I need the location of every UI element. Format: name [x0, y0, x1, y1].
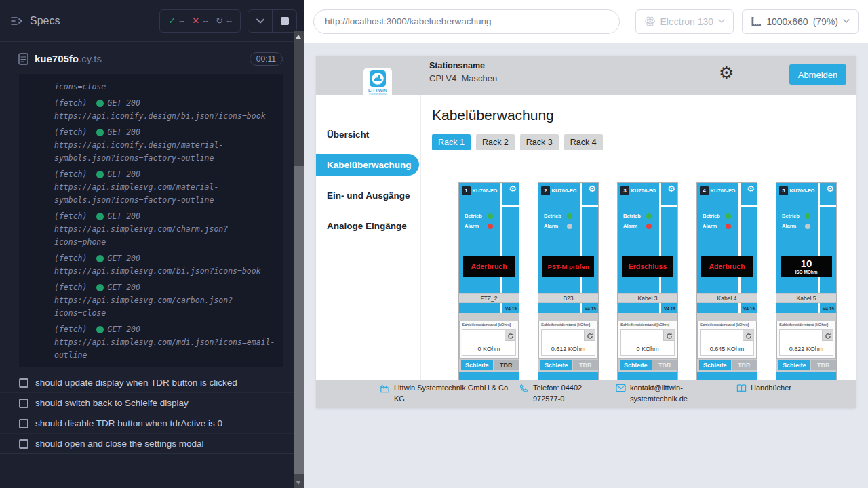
test-item[interactable]: should update display when TDR button is…	[0, 373, 304, 392]
schleife-button[interactable]: Schleife	[699, 360, 731, 370]
station-label: Stationsname	[429, 61, 497, 70]
settings-gear-icon[interactable]: ⚙	[719, 64, 734, 81]
refresh-button[interactable]	[743, 330, 753, 341]
refresh-icon	[507, 333, 514, 340]
measure-panel: Schleifenwiderstand [kOhm] 0 KOhm	[618, 321, 677, 359]
scroll-up-arrow-icon[interactable]	[296, 35, 301, 39]
log-status: GET 200	[107, 210, 140, 223]
operation-label: Betrieb	[782, 213, 801, 219]
device-cards: 1 KÜ706-FO ⚙ Betrieb Alarm Aderbruch FTZ…	[458, 182, 856, 394]
command-log[interactable]: icons=close (fetch)GET 200 https://api.i…	[19, 74, 283, 367]
schleife-button[interactable]: Schleife	[540, 360, 572, 370]
refresh-button[interactable]	[663, 330, 674, 341]
stop-icon	[281, 17, 289, 25]
measure-display: 0 KOhm	[620, 329, 675, 356]
measure-display: 0 KOhm	[462, 329, 516, 356]
tab-rack-4[interactable]: Rack 4	[564, 134, 603, 150]
viewport-select[interactable]: 1000x660 (79%)	[742, 9, 859, 34]
tab-rack-1[interactable]: Rack 1	[432, 134, 471, 150]
app-main: Kabelüberwachung Rack 1 Rack 2 Rack 3 Ra…	[421, 95, 856, 408]
page-title: Kabelüberwachung	[432, 107, 856, 123]
tab-rack-3[interactable]: Rack 3	[520, 134, 559, 150]
sidebar-item-uebersicht[interactable]: Übersicht	[316, 123, 420, 145]
ruler-icon	[751, 16, 762, 27]
device-card-2: 2 KÜ706-FO ⚙ Betrieb Alarm PST-M prüfen …	[538, 182, 599, 394]
scroll-down-arrow-icon[interactable]	[296, 481, 301, 485]
card-divider	[661, 205, 677, 207]
spec-file-name: kue705fo.cy.ts	[35, 53, 102, 65]
test-item[interactable]: should switch back to Schleife display	[0, 392, 304, 413]
device-gear-icon[interactable]: ⚙	[509, 184, 517, 193]
operation-led	[726, 214, 731, 219]
footer-email-text[interactable]: kontakt@littwin-systemtechnik.de	[630, 383, 691, 405]
panel-scrollbar[interactable]	[294, 31, 304, 488]
screen: Specs ✓-- ✕-- ↻-- k	[0, 0, 868, 488]
test-box-icon	[19, 399, 28, 408]
specs-toggle[interactable]: Specs	[11, 15, 60, 27]
sidebar-item-ein-und-ausgaenge[interactable]: Ein- und Ausgänge	[316, 184, 420, 206]
measure-display: 0.645 KOhm	[700, 329, 754, 356]
device-gear-icon[interactable]: ⚙	[667, 184, 675, 193]
device-gear-icon[interactable]: ⚙	[588, 184, 596, 193]
status-dot-icon	[96, 326, 104, 333]
app-body: Übersicht Kabelüberwachung Ein- und Ausg…	[316, 95, 856, 408]
sidebar-item-kabelueberwachung[interactable]: Kabelüberwachung	[316, 154, 419, 176]
status-display: Erdschluss	[622, 256, 673, 277]
operation-led	[488, 214, 493, 219]
alarm-led	[726, 224, 731, 229]
firmware-version: V4.19	[585, 306, 596, 311]
card-divider	[582, 205, 598, 207]
logo-subtitle: SYSTEMTECHNIK	[369, 93, 387, 96]
logout-button[interactable]: Abmelden	[789, 64, 846, 85]
device-model: KÜ706-FO	[708, 188, 738, 194]
footer-manuals[interactable]: Handbücher	[736, 383, 791, 394]
tab-rack-2[interactable]: Rack 2	[476, 134, 515, 150]
log-entry: (fetch)GET 200 https://api.simplesvg.com…	[54, 281, 276, 320]
measure-value: 0.612 KOhm	[542, 346, 595, 352]
tdr-button[interactable]: TDR	[811, 360, 836, 370]
spec-file-icon	[18, 53, 28, 65]
footer-company: Littwin Systemtechnik GmbH & Co. KG	[380, 383, 515, 405]
alarm-led	[488, 224, 493, 229]
schleife-button[interactable]: Schleife	[778, 360, 810, 370]
tdr-button[interactable]: TDR	[652, 360, 677, 370]
chevron-down-icon	[256, 18, 264, 24]
spec-file-row[interactable]: kue705fo.cy.ts 00:11	[0, 42, 304, 73]
cable-name: FTZ_2	[459, 293, 519, 303]
run-controls	[248, 9, 297, 33]
specs-title: Specs	[30, 15, 60, 27]
refresh-icon	[825, 333, 831, 340]
measure-value: 0.822 KOhm	[780, 346, 833, 352]
tdr-button[interactable]: TDR	[573, 360, 598, 370]
stat-pending: ↻--	[216, 16, 232, 26]
browser-select[interactable]: Electron 130	[635, 9, 734, 34]
device-model: KÜ706-FO	[629, 188, 658, 194]
tdr-button[interactable]: TDR	[494, 360, 519, 370]
collapse-button[interactable]	[248, 10, 272, 32]
test-item[interactable]: should disable TDR button when tdrActive…	[0, 413, 304, 433]
footer-manuals-text: Handbücher	[751, 383, 791, 394]
footer-phone-text[interactable]: Telefon: 04402 972577-0	[533, 383, 609, 405]
log-url: https://api.simplesvg.com/material-symbo…	[54, 181, 276, 207]
station-name: CPLV4_Maschen	[429, 73, 497, 83]
led-block: Betrieb Alarm	[544, 211, 572, 231]
stop-button[interactable]	[272, 10, 296, 32]
log-url: https://api.simplesvg.com/bi.json?icons=…	[54, 265, 276, 278]
schleife-button[interactable]: Schleife	[620, 360, 652, 370]
refresh-button[interactable]	[505, 330, 515, 341]
tdr-button[interactable]: TDR	[732, 360, 757, 370]
led-block: Betrieb Alarm	[703, 211, 731, 231]
test-item[interactable]: should open and close the settings modal	[0, 433, 304, 453]
url-input[interactable]	[313, 9, 620, 34]
device-gear-icon[interactable]: ⚙	[826, 184, 834, 193]
device-gear-icon[interactable]: ⚙	[747, 184, 755, 193]
scrollbar-thumb[interactable]	[294, 166, 304, 474]
log-entry: (fetch)GET 200 https://api.simplesvg.com…	[54, 210, 276, 249]
viewport-size: 1000x660	[766, 16, 808, 27]
schleife-button[interactable]: Schleife	[461, 360, 493, 370]
card-divider	[820, 205, 836, 207]
sidebar-item-analoge-eingaenge[interactable]: Analoge Eingänge	[316, 215, 420, 237]
refresh-button[interactable]	[822, 330, 833, 341]
operation-led	[567, 214, 572, 219]
refresh-button[interactable]	[584, 330, 595, 341]
